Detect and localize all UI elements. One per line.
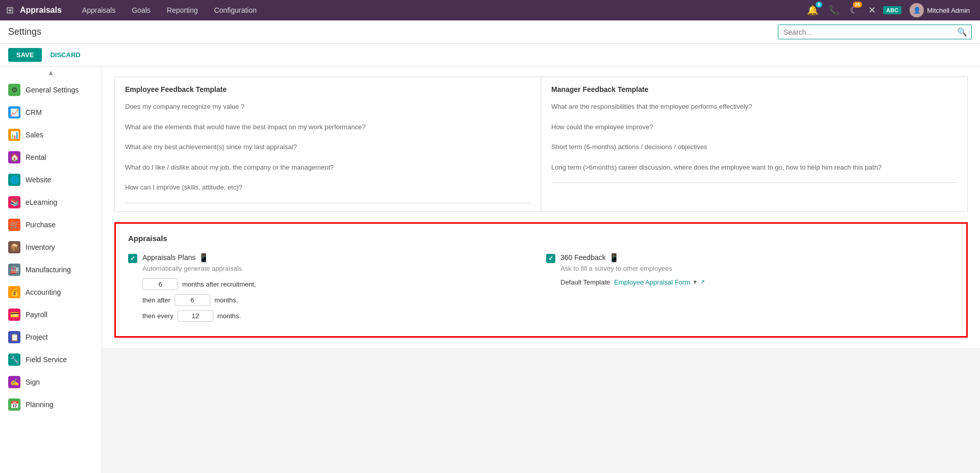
sidebar-label-rental: Rental — [26, 153, 46, 161]
save-button[interactable]: SAVE — [8, 48, 42, 62]
sidebar-label-website: Website — [26, 176, 51, 184]
sidebar-item-sales[interactable]: 📊 Sales — [0, 124, 102, 146]
top-navigation: ⊞ Appraisals Appraisals Goals Reporting … — [0, 0, 980, 20]
user-menu[interactable]: 👤 Mitchell Admin — [905, 3, 974, 17]
then-every-suffix: months. — [217, 312, 241, 320]
feedback360-content: 360 Feedback 📱 Ask to fill a survey to o… — [560, 253, 705, 326]
user-avatar: 👤 — [910, 3, 924, 17]
crm-icon: 📈 — [8, 106, 20, 119]
then-after-label: then after — [142, 296, 170, 304]
dropdown-arrow[interactable]: ▼ — [692, 279, 698, 285]
employee-q1: Does my company recognize my value ? — [125, 102, 530, 112]
main-layout: ▲ ⚙ General Settings 📈 CRM 📊 Sales 🏠 Ren… — [0, 66, 980, 473]
general-settings-icon: ⚙ — [8, 84, 20, 96]
sidebar-label-sales: Sales — [26, 131, 43, 139]
purchase-icon: 🛒 — [8, 219, 20, 231]
nav-item-reporting[interactable]: Reporting — [159, 0, 206, 20]
sidebar-label-sign: Sign — [26, 378, 40, 386]
manager-q4: Long term (>6months) career discussion, … — [551, 162, 957, 173]
inventory-icon: 📦 — [8, 241, 20, 253]
sidebar-item-sign[interactable]: ✍ Sign — [0, 371, 102, 393]
sidebar-item-accounting[interactable]: 💰 Accounting — [0, 281, 102, 303]
manager-col-header: Manager Feedback Template — [551, 85, 957, 93]
close-icon[interactable]: ✕ — [865, 3, 879, 18]
employee-feedback-col: Employee Feedback Template Does my compa… — [115, 77, 541, 211]
user-name: Mitchell Admin — [927, 7, 970, 14]
topnav-right: 🔔8 📞 ☾25 ✕ ABC 👤 Mitchell Admin — [804, 3, 974, 18]
sidebar-item-crm[interactable]: 📈 CRM — [0, 101, 102, 124]
search-input[interactable] — [778, 26, 953, 38]
field-service-icon: 🔧 — [8, 353, 20, 366]
sidebar-item-general-settings[interactable]: ⚙ General Settings — [0, 79, 102, 101]
sidebar-label-project: Project — [26, 333, 48, 341]
feedback360-title: 360 Feedback 📱 — [560, 253, 705, 263]
months-recruitment-input[interactable] — [142, 278, 178, 290]
scroll-up-indicator: ▲ — [0, 66, 102, 79]
manager-q3: Short term (6-months) actions / decision… — [551, 142, 957, 152]
sidebar-item-project[interactable]: 📋 Project — [0, 326, 102, 348]
then-after-row: then after months, — [142, 294, 256, 306]
then-every-input[interactable] — [178, 310, 213, 322]
accounting-icon: 💰 — [8, 286, 20, 298]
action-bar: SAVE DISCARD — [0, 44, 980, 66]
sidebar-item-inventory[interactable]: 📦 Inventory — [0, 236, 102, 258]
sidebar-item-website[interactable]: 🌐 Website — [0, 169, 102, 191]
main-content: Employee Feedback Template Does my compa… — [102, 66, 980, 473]
sidebar-label-elearning: eLearning — [26, 198, 57, 206]
planning-icon: 📅 — [8, 398, 20, 411]
sidebar-label-purchase: Purchase — [26, 221, 56, 229]
sidebar-label-field-service: Field Service — [26, 356, 67, 364]
manufacturing-icon: 🏭 — [8, 264, 20, 276]
sidebar-item-field-service[interactable]: 🔧 Field Service — [0, 348, 102, 371]
sidebar-label-manufacturing: Manufacturing — [26, 266, 71, 274]
project-icon: 📋 — [8, 331, 20, 343]
appraisals-section: Appraisals Appraisals Plans 📱 Automatica… — [114, 222, 968, 338]
manager-q1: What are the responsibilities that the e… — [551, 102, 957, 112]
subheader: Settings 🔍 — [0, 20, 980, 44]
recruitment-row: months after recruitment, — [142, 278, 256, 290]
sidebar-item-manufacturing[interactable]: 🏭 Manufacturing — [0, 258, 102, 281]
phone-icon[interactable]: 📞 — [825, 3, 843, 18]
moon-icon[interactable]: ☾25 — [847, 3, 861, 18]
sidebar-item-payroll[interactable]: 💳 Payroll — [0, 303, 102, 326]
employee-q3: What are my best achievement(s) since my… — [125, 142, 530, 152]
employee-q4: What do I like / dislike about my job, t… — [125, 162, 530, 173]
employee-q2: What are the elements that would have th… — [125, 122, 530, 132]
app-name: Appraisals — [20, 6, 62, 15]
template-name: Employee Appraisal Form — [614, 278, 690, 286]
default-template-label: Default Template — [560, 278, 610, 286]
sidebar-item-purchase[interactable]: 🛒 Purchase — [0, 214, 102, 236]
plans-mobile-icon: 📱 — [199, 253, 209, 263]
sidebar-item-planning[interactable]: 📅 Planning — [0, 393, 102, 416]
abc-badge: ABC — [883, 6, 901, 14]
nav-item-goals[interactable]: Goals — [124, 0, 159, 20]
grid-icon[interactable]: ⊞ — [6, 5, 14, 16]
template-link[interactable]: Employee Appraisal Form ▼ ↗ — [614, 278, 705, 286]
sidebar-label-inventory: Inventory — [26, 243, 55, 251]
discard-button[interactable]: DISCARD — [46, 48, 84, 62]
appraisals-plans-desc: Automatically generate appraisals — [142, 265, 256, 272]
feedback360-checkbox[interactable] — [546, 254, 555, 263]
then-every-label: then every — [142, 312, 174, 320]
appraisals-plans-checkbox[interactable] — [128, 254, 137, 263]
sidebar-label-general-settings: General Settings — [26, 86, 79, 94]
sidebar-item-elearning[interactable]: 📚 eLearning — [0, 191, 102, 214]
appraisals-plans-title: Appraisals Plans 📱 — [142, 253, 256, 263]
appraisals-plans-option: Appraisals Plans 📱 Automatically generat… — [128, 253, 536, 326]
nav-item-appraisals[interactable]: Appraisals — [74, 0, 124, 20]
sign-icon: ✍ — [8, 376, 20, 388]
sidebar-item-rental[interactable]: 🏠 Rental — [0, 146, 102, 169]
appraisals-plans-content: Appraisals Plans 📱 Automatically generat… — [142, 253, 256, 326]
nav-item-configuration[interactable]: Configuration — [206, 0, 264, 20]
months-recruitment-label: months after recruitment, — [182, 280, 256, 288]
sidebar-label-accounting: Accounting — [26, 288, 61, 296]
notifications-icon[interactable]: 🔔8 — [804, 3, 821, 18]
then-every-row: then every months. — [142, 310, 256, 322]
then-after-input[interactable] — [175, 294, 210, 306]
search-button[interactable]: 🔍 — [953, 25, 971, 39]
manager-feedback-col: Manager Feedback Template What are the r… — [541, 77, 967, 211]
rental-icon: 🏠 — [8, 151, 20, 163]
feedback360-desc: Ask to fill a survey to other employees — [560, 265, 705, 272]
external-link-icon[interactable]: ↗ — [700, 278, 705, 286]
search-bar: 🔍 — [778, 25, 972, 39]
